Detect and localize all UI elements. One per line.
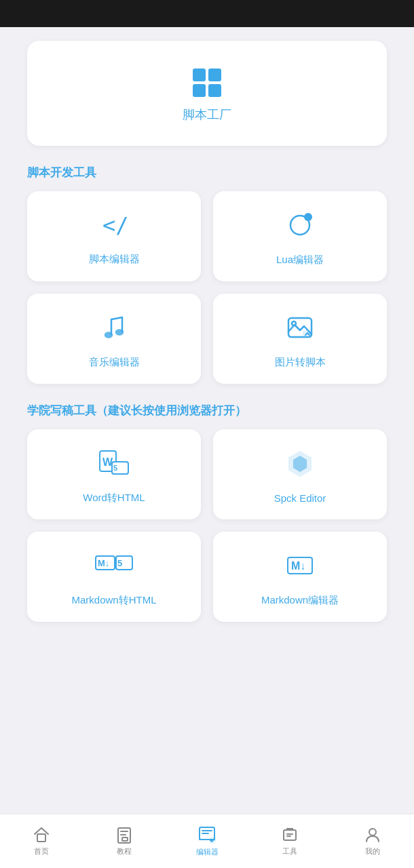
svg-rect-33 [284,830,296,840]
section-dev-header: 脚本开发工具 [27,165,387,180]
lua-editor-icon [285,210,315,244]
nav-mine-label: 我的 [365,846,380,856]
word-to-html-card[interactable]: W 5 Word转HTML [27,429,201,519]
word-to-html-icon: W 5 [97,448,131,482]
nav-mine[interactable]: 我的 [352,826,393,856]
nav-tools[interactable]: 工具 [269,826,310,856]
music-editor-icon [99,313,129,347]
section-writing-header: 学院写稿工具（建议长按使用浏览器打开） [27,403,387,418]
svg-point-2 [304,213,312,221]
md-to-html-card[interactable]: M↓ 5 Markdown转HTML [27,532,201,622]
script-editor-icon: </> [100,211,128,243]
script-factory-label: 脚本工厂 [183,106,231,123]
svg-text:5: 5 [117,558,122,568]
spck-editor-icon [285,449,315,483]
nav-tutorial[interactable]: 教程 [104,826,145,856]
svg-point-36 [369,829,376,835]
svg-text:5: 5 [113,464,117,472]
nav-home[interactable]: 首页 [21,826,62,856]
nav-editor-label: 编辑器 [196,847,219,857]
img-to-script-icon [285,313,315,347]
script-editor-card[interactable]: </> 脚本编辑器 [27,191,201,281]
dev-tools-grid: </> 脚本编辑器 Lua编辑器 [27,191,387,384]
music-editor-card[interactable]: 音乐编辑器 [27,294,201,384]
img-to-script-label: 图片转脚本 [275,356,326,369]
svg-point-9 [292,321,296,326]
svg-text:</>: </> [102,212,128,238]
nav-tools-label: 工具 [282,846,297,856]
svg-text:M↓: M↓ [291,560,305,572]
svg-point-6 [105,333,112,338]
lua-editor-label: Lua编辑器 [276,254,324,267]
md-editor-icon: M↓ [285,551,315,585]
lua-editor-card[interactable]: Lua编辑器 [213,191,387,281]
spck-editor-label: Spck Editor [274,492,326,504]
nav-editor[interactable]: 编辑器 [187,825,227,857]
svg-text:M↓: M↓ [98,558,109,568]
svg-line-3 [111,317,122,319]
svg-point-7 [116,330,123,335]
status-bar [0,0,414,27]
md-to-html-label: Markdown转HTML [71,594,156,607]
nav-tutorial-label: 教程 [117,846,132,856]
script-editor-label: 脚本编辑器 [89,253,140,266]
md-editor-card[interactable]: M↓ Markdown编辑器 [213,532,387,622]
svg-rect-23 [37,834,45,842]
writing-tools-grid: W 5 Word转HTML Spck Editor [27,429,387,622]
svg-rect-27 [122,837,128,841]
img-to-script-card[interactable]: 图片转脚本 [213,294,387,384]
md-editor-label: Markdown编辑器 [261,594,339,607]
nav-home-label: 首页 [34,846,49,856]
content-area: 脚本工厂 脚本开发工具 </> 脚本编辑器 Lua编辑器 [0,27,414,814]
md-to-html-icon: M↓ 5 [94,551,134,585]
spck-editor-card[interactable]: Spck Editor [213,429,387,519]
script-factory-card[interactable]: 脚本工厂 [27,41,387,146]
bottom-nav: 首页 教程 编辑器 工具 [0,814,414,868]
word-to-html-label: Word转HTML [83,492,145,505]
script-factory-icon [193,68,221,97]
music-editor-label: 音乐编辑器 [89,356,140,369]
